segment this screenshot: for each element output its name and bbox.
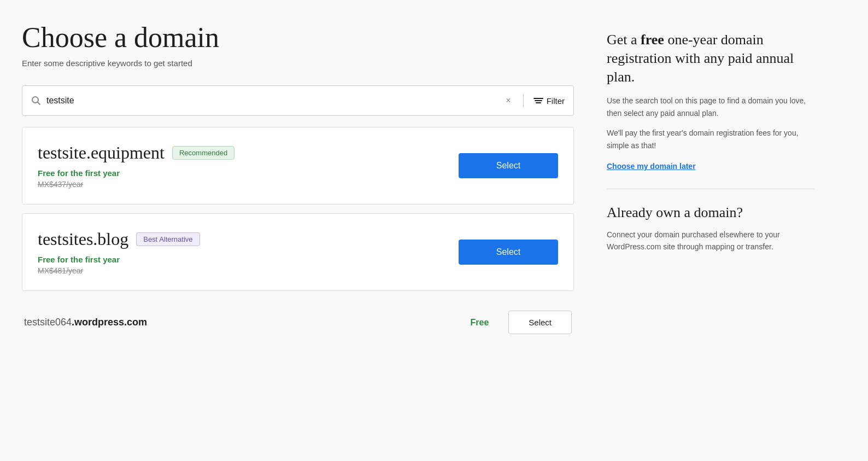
- page-subtitle: Enter some descriptive keywords to get s…: [22, 59, 574, 68]
- sidebar-promo-desc2: We'll pay the first year's domain regist…: [607, 127, 814, 151]
- clear-icon[interactable]: ×: [503, 94, 513, 108]
- sidebar-own-domain-desc: Connect your domain purchased elsewhere …: [607, 229, 814, 253]
- domain-badge-2: Best Alternative: [136, 232, 200, 246]
- search-divider: [523, 94, 524, 107]
- domain-price-1: MX$437/year: [38, 180, 459, 189]
- sidebar-promo-desc1: Use the search tool on this page to find…: [607, 95, 814, 119]
- page-title: Choose a domain: [22, 22, 574, 53]
- sidebar-own-domain-title: Already own a domain?: [607, 205, 814, 221]
- select-button-free[interactable]: Select: [508, 311, 572, 334]
- domain-badge-1: Recommended: [172, 146, 234, 160]
- sidebar-own-domain: Already own a domain? Connect your domai…: [607, 205, 814, 253]
- sidebar-promo-title: Get a free one-year domain registration …: [607, 31, 814, 86]
- domain-name-1: testsite.equipment: [38, 143, 165, 163]
- sidebar-divider: [607, 189, 814, 189]
- free-domain-name: testsite064.wordpress.com: [24, 317, 147, 328]
- select-button-2[interactable]: Select: [459, 240, 558, 265]
- free-price-label: Free: [471, 318, 489, 328]
- choose-later-link[interactable]: Choose my domain later: [607, 162, 696, 171]
- sidebar: Get a free one-year domain registration …: [607, 22, 814, 345]
- domain-name-row-1: testsite.equipment Recommended: [38, 143, 459, 163]
- domain-price-2: MX$481/year: [38, 266, 459, 275]
- domain-card-left-1: testsite.equipment Recommended Free for …: [38, 143, 459, 189]
- free-domain-row: testsite064.wordpress.com Free Select: [22, 300, 574, 345]
- search-bar: × Filter: [22, 85, 574, 116]
- sidebar-promo: Get a free one-year domain registration …: [607, 31, 814, 171]
- domain-name-2: testsites.blog: [38, 229, 128, 249]
- domain-card-left-2: testsites.blog Best Alternative Free for…: [38, 229, 459, 275]
- svg-line-1: [38, 102, 40, 105]
- filter-label: Filter: [547, 96, 565, 106]
- filter-button[interactable]: Filter: [533, 96, 565, 106]
- domain-card-2: testsites.blog Best Alternative Free for…: [22, 213, 574, 291]
- search-icon: [31, 96, 41, 106]
- search-input[interactable]: [46, 96, 498, 106]
- select-button-1[interactable]: Select: [459, 153, 558, 178]
- domain-free-label-1: Free for the first year: [38, 168, 459, 178]
- domain-name-row-2: testsites.blog Best Alternative: [38, 229, 459, 249]
- filter-icon: [533, 98, 543, 103]
- domain-free-label-2: Free for the first year: [38, 255, 459, 264]
- domain-card-1: testsite.equipment Recommended Free for …: [22, 127, 574, 205]
